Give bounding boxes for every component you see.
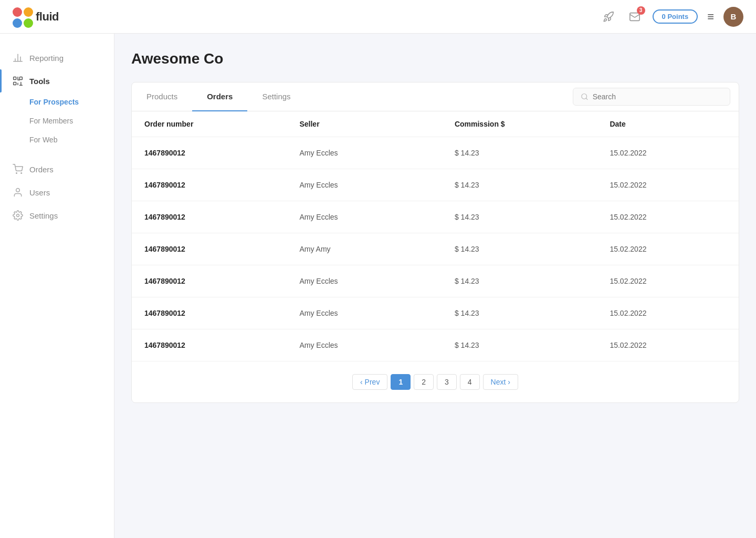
sidebar-item-for-members[interactable]: For Members — [29, 111, 114, 130]
svg-point-8 — [16, 173, 17, 174]
seller-cell: Amy Eccles — [299, 341, 454, 349]
date-cell: 15.02.2022 — [610, 181, 726, 189]
commission-cell: $ 14.23 — [455, 277, 610, 285]
avatar[interactable]: B — [723, 7, 743, 27]
order-number-cell: 1467890012 — [144, 309, 299, 317]
order-number-cell: 1467890012 — [144, 245, 299, 253]
sidebar-subnav: For Prospects For Members For Web — [0, 92, 114, 149]
page-number-button[interactable]: 2 — [414, 374, 434, 390]
svg-point-11 — [17, 214, 19, 217]
col-header-commission: Commission $ — [455, 120, 610, 128]
commission-cell: $ 14.23 — [455, 341, 610, 349]
col-header-date: Date — [610, 120, 726, 128]
date-cell: 15.02.2022 — [610, 245, 726, 253]
date-cell: 15.02.2022 — [610, 149, 726, 157]
logo-icon — [13, 7, 32, 26]
sidebar-label-orders: Orders — [29, 165, 54, 174]
bar-chart-icon — [13, 53, 23, 63]
sidebar-item-for-web[interactable]: For Web — [29, 130, 114, 149]
order-number-cell: 1467890012 — [144, 149, 299, 157]
page-number-button[interactable]: 3 — [437, 374, 457, 390]
date-cell: 15.02.2022 — [610, 341, 726, 349]
tab-orders[interactable]: Orders — [192, 82, 247, 111]
date-cell: 15.02.2022 — [610, 213, 726, 221]
seller-cell: Amy Eccles — [299, 277, 454, 285]
tabs-row: Products Orders Settings — [132, 82, 739, 111]
table-row[interactable]: 1467890012 Amy Eccles $ 14.23 15.02.2022 — [132, 169, 739, 201]
tab-products[interactable]: Products — [132, 82, 192, 111]
col-header-seller: Seller — [299, 120, 454, 128]
search-input[interactable] — [593, 92, 722, 101]
sidebar: Reporting Tools For Prospects For Member… — [0, 34, 114, 538]
commission-cell: $ 14.23 — [455, 181, 610, 189]
sidebar-item-users[interactable]: Users — [0, 181, 114, 204]
page-numbers: 1234 — [391, 374, 479, 390]
svg-point-10 — [16, 189, 20, 192]
orders-card: Products Orders Settings Order number Se… — [131, 82, 739, 403]
svg-rect-0 — [629, 13, 639, 20]
page-number-button[interactable]: 1 — [391, 374, 411, 390]
seller-cell: Amy Eccles — [299, 181, 454, 189]
gear-icon — [13, 210, 23, 221]
sidebar-label-settings: Settings — [29, 211, 58, 220]
svg-rect-6 — [19, 77, 22, 80]
table-row[interactable]: 1467890012 Amy Eccles $ 14.23 15.02.2022 — [132, 201, 739, 233]
order-number-cell: 1467890012 — [144, 277, 299, 285]
seller-cell: Amy Eccles — [299, 309, 454, 317]
search-icon — [581, 92, 589, 101]
page-title: Awesome Co — [131, 50, 739, 67]
col-header-order-number: Order number — [144, 120, 299, 128]
sidebar-label-tools: Tools — [29, 77, 50, 86]
tab-settings[interactable]: Settings — [247, 82, 305, 111]
table-row[interactable]: 1467890012 Amy Amy $ 14.23 15.02.2022 — [132, 233, 739, 265]
table-row[interactable]: 1467890012 Amy Eccles $ 14.23 15.02.2022 — [132, 137, 739, 169]
user-icon — [13, 187, 23, 198]
mail-icon[interactable]: 3 — [626, 8, 643, 25]
order-number-cell: 1467890012 — [144, 341, 299, 349]
main-content: Awesome Co Products Orders Settings Or — [114, 34, 756, 538]
seller-cell: Amy Eccles — [299, 149, 454, 157]
topnav-actions: 3 0 Points ≡ B — [600, 7, 743, 27]
order-number-cell: 1467890012 — [144, 213, 299, 221]
sidebar-item-for-prospects[interactable]: For Prospects — [29, 92, 114, 111]
tool-icon — [13, 76, 23, 86]
commission-cell: $ 14.23 — [455, 213, 610, 221]
commission-cell: $ 14.23 — [455, 149, 610, 157]
table-body: 1467890012 Amy Eccles $ 14.23 15.02.2022… — [132, 137, 739, 361]
table-row[interactable]: 1467890012 Amy Eccles $ 14.23 15.02.2022 — [132, 329, 739, 361]
commission-cell: $ 14.23 — [455, 309, 610, 317]
next-button[interactable]: Next › — [483, 374, 518, 390]
rocket-icon[interactable] — [600, 8, 617, 25]
seller-cell: Amy Eccles — [299, 213, 454, 221]
date-cell: 15.02.2022 — [610, 277, 726, 285]
sidebar-label-users: Users — [29, 188, 50, 197]
svg-point-9 — [21, 173, 22, 174]
cart-icon — [13, 164, 23, 174]
menu-icon[interactable]: ≡ — [707, 10, 714, 24]
search-box[interactable] — [573, 88, 730, 106]
tab-list: Products Orders Settings — [132, 82, 306, 111]
prev-button[interactable]: ‹ Prev — [352, 374, 387, 390]
sidebar-item-orders[interactable]: Orders — [0, 158, 114, 181]
date-cell: 15.02.2022 — [610, 309, 726, 317]
seller-cell: Amy Amy — [299, 245, 454, 253]
logo[interactable]: fluid — [13, 7, 59, 26]
sidebar-item-reporting[interactable]: Reporting — [0, 46, 114, 69]
sidebar-item-settings[interactable]: Settings — [0, 204, 114, 227]
table-row[interactable]: 1467890012 Amy Eccles $ 14.23 15.02.2022 — [132, 265, 739, 297]
notification-badge: 3 — [637, 6, 645, 15]
table-header: Order number Seller Commission $ Date — [132, 111, 739, 137]
table-row[interactable]: 1467890012 Amy Eccles $ 14.23 15.02.2022 — [132, 297, 739, 329]
page-number-button[interactable]: 4 — [460, 374, 480, 390]
svg-rect-5 — [14, 77, 16, 80]
commission-cell: $ 14.23 — [455, 245, 610, 253]
top-navigation: fluid 3 0 Points ≡ B — [0, 0, 756, 34]
sidebar-label-reporting: Reporting — [29, 54, 64, 63]
pagination: ‹ Prev 1234 Next › — [132, 361, 739, 402]
order-number-cell: 1467890012 — [144, 181, 299, 189]
sidebar-item-tools[interactable]: Tools — [0, 69, 114, 92]
logo-text: fluid — [36, 10, 59, 24]
svg-rect-7 — [14, 82, 16, 85]
points-button[interactable]: 0 Points — [653, 9, 698, 24]
